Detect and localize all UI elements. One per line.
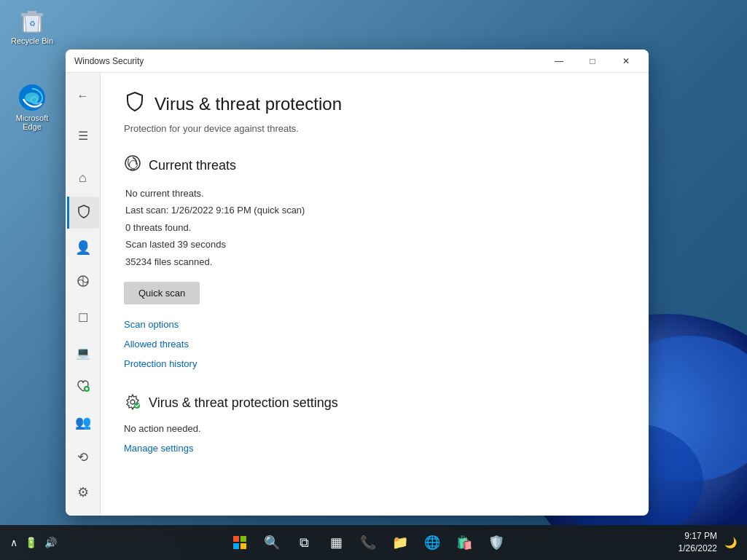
threats-found-text: 0 threats found.: [125, 219, 625, 236]
recycle-bin-icon[interactable]: ♻ Recycle Bin: [3, 3, 61, 48]
svg-rect-22: [233, 543, 239, 549]
network-icon: [76, 274, 90, 291]
svg-point-8: [25, 92, 39, 103]
recycle-bin-label: Recycle Bin: [11, 36, 53, 45]
page-subtitle: Protection for your device against threa…: [124, 123, 625, 134]
nav-network[interactable]: [67, 267, 99, 299]
svg-rect-23: [240, 543, 246, 549]
nav-settings[interactable]: ⚙: [67, 476, 99, 508]
last-scan-text: Last scan: 1/26/2022 9:16 PM (quick scan…: [125, 202, 625, 218]
health-icon: [76, 379, 90, 397]
main-content: Virus & threat protection Protection for…: [101, 73, 649, 516]
scan-options-link[interactable]: Scan options: [124, 319, 625, 330]
settings-icon: ⚙: [77, 484, 89, 500]
no-threats-text: No current threats.: [125, 185, 625, 202]
ms-edge-image: [17, 83, 47, 112]
nav-browser[interactable]: ☐: [67, 301, 99, 334]
explorer-button[interactable]: 📁: [386, 528, 415, 557]
links-container: Scan options Allowed threats Protection …: [124, 319, 625, 369]
tray-volume[interactable]: 🔊: [43, 535, 58, 550]
start-button[interactable]: [225, 528, 254, 557]
quick-scan-button[interactable]: Quick scan: [124, 282, 200, 304]
current-threats-title: Current threats: [149, 158, 236, 173]
minimize-button[interactable]: —: [542, 50, 576, 73]
svg-rect-20: [233, 536, 239, 542]
svg-text:♻: ♻: [29, 20, 36, 28]
family-icon: 👥: [75, 414, 91, 430]
taskbar-left: ∧ 🔋 🔊: [9, 535, 58, 550]
window-controls: — □ ✕: [542, 50, 643, 73]
taskbar-date-display: 1/26/2022: [678, 543, 717, 555]
files-scanned-text: 35234 files scanned.: [125, 253, 625, 270]
ms-edge-icon[interactable]: Microsoft Edge: [3, 80, 61, 134]
history-icon: ⟲: [77, 449, 88, 465]
nav-home[interactable]: ⌂: [67, 162, 99, 194]
security-taskbar-button[interactable]: 🛡️: [482, 528, 511, 557]
current-threats-section: Current threats No current threats. Last…: [124, 154, 625, 369]
person-icon: 👤: [75, 240, 91, 256]
settings-header: Virus & threat protection settings: [124, 393, 625, 414]
svg-rect-2: [28, 11, 36, 14]
nav-family[interactable]: 👥: [67, 406, 99, 438]
nav-history[interactable]: ⟲: [67, 441, 99, 473]
system-tray-left: ∧ 🔋 🔊: [9, 535, 58, 550]
current-threats-icon: [124, 154, 141, 176]
task-view-button[interactable]: ⧉: [289, 528, 318, 557]
close-button[interactable]: ✕: [609, 50, 643, 73]
settings-section-icon: [124, 393, 141, 414]
settings-section-title: Virus & threat protection settings: [149, 395, 338, 411]
nav-menu-button[interactable]: ☰: [67, 119, 99, 151]
notification-center[interactable]: 🌙: [723, 535, 738, 550]
manage-settings-link[interactable]: Manage settings: [124, 443, 625, 454]
current-threats-header: Current threats: [124, 154, 625, 176]
teams-button[interactable]: 📞: [353, 528, 383, 557]
tray-battery[interactable]: 🔋: [23, 535, 39, 550]
taskbar-center: 🔍 ⧉ ▦ 📞 📁 🌐 🛍️ 🛡️: [225, 528, 511, 557]
windows-security-window: Windows Security — □ ✕ ← ☰ ⌂: [66, 50, 649, 516]
page-title: Virus & threat protection: [155, 94, 342, 114]
widgets-button[interactable]: ▦: [321, 528, 351, 557]
search-button[interactable]: 🔍: [257, 528, 286, 557]
taskbar: ∧ 🔋 🔊 🔍 ⧉ ▦ 📞 📁 🌐 🛍️ 🛡️: [0, 525, 747, 560]
back-icon: ←: [77, 90, 89, 103]
nav-sidebar: ← ☰ ⌂ 👤: [66, 73, 101, 516]
menu-icon: ☰: [78, 129, 88, 143]
settings-section: Virus & threat protection settings No ac…: [124, 393, 625, 454]
taskbar-right: 9:17 PM 1/26/2022 🌙: [678, 530, 738, 555]
window-title: Windows Security: [74, 56, 144, 66]
device-icon: 💻: [76, 346, 90, 360]
no-action-text: No action needed.: [124, 423, 625, 434]
scan-lasted-text: Scan lasted 39 seconds: [125, 236, 625, 253]
allowed-threats-link[interactable]: Allowed threats: [124, 339, 625, 350]
nav-device[interactable]: 💻: [67, 336, 99, 368]
protection-history-link[interactable]: Protection history: [124, 358, 625, 369]
edge-taskbar-button[interactable]: 🌐: [418, 528, 447, 557]
desktop: ♻ Recycle Bin Microsoft Edge Windows Sec…: [0, 0, 747, 560]
recycle-bin-image: ♻: [17, 6, 47, 35]
svg-rect-21: [240, 536, 246, 542]
title-bar: Windows Security — □ ✕: [66, 50, 649, 73]
taskbar-clock[interactable]: 9:17 PM 1/26/2022: [678, 530, 717, 555]
nav-health[interactable]: [67, 371, 99, 403]
browser-icon: ☐: [78, 311, 88, 325]
nav-shield[interactable]: [67, 197, 99, 229]
tray-up-arrow[interactable]: ∧: [9, 535, 19, 550]
shield-icon: [77, 204, 91, 222]
nav-account[interactable]: 👤: [67, 232, 99, 264]
store-button[interactable]: 🛍️: [450, 528, 479, 557]
nav-back-button[interactable]: ←: [67, 80, 99, 112]
page-header-icon: [124, 90, 146, 117]
window-body: ← ☰ ⌂ 👤: [66, 73, 649, 516]
maximize-button[interactable]: □: [576, 50, 609, 73]
svg-point-15: [130, 400, 135, 404]
page-header: Virus & threat protection: [124, 90, 625, 117]
ms-edge-label: Microsoft Edge: [6, 114, 58, 131]
threat-info: No current threats. Last scan: 1/26/2022…: [124, 185, 625, 270]
taskbar-time-display: 9:17 PM: [678, 530, 717, 543]
home-icon: ⌂: [79, 170, 87, 186]
